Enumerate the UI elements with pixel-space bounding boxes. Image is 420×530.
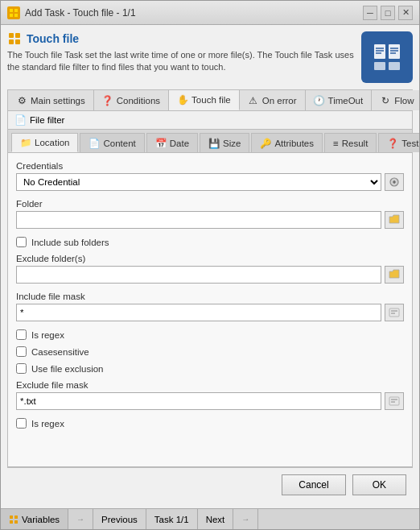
casesensitive-row: Casesensitive — [16, 346, 404, 357]
folder-browse-button[interactable] — [385, 211, 404, 229]
svg-rect-12 — [389, 44, 400, 59]
svg-rect-5 — [15, 33, 20, 38]
include-file-mask-browse-button[interactable] — [385, 304, 404, 321]
include-sub-folders-checkbox[interactable] — [16, 237, 27, 247]
casesensitive-label: Casesensitive — [31, 347, 89, 357]
folder-input-group — [16, 211, 404, 229]
use-file-exclusion-label: Use file exclusion — [31, 364, 103, 374]
tab-on-error[interactable]: ⚠ On error — [240, 90, 306, 110]
cancel-button[interactable]: Cancel — [282, 474, 345, 495]
previous-label: Previous — [101, 515, 138, 524]
on-error-icon: ⚠ — [248, 95, 259, 106]
svg-rect-3 — [14, 14, 18, 17]
task-title-icon — [7, 31, 22, 46]
attributes-icon: 🔑 — [260, 138, 271, 149]
exclude-file-mask-row: Exclude file mask — [16, 380, 404, 410]
task-title-row: Touch file — [7, 31, 355, 46]
main-form: Credentials No Credential Folder — [7, 152, 413, 467]
sub-tab-attributes[interactable]: 🔑 Attributes — [251, 133, 323, 152]
result-icon: ≡ — [333, 139, 339, 148]
header-icon-box — [361, 31, 413, 83]
exclude-folders-browse-button[interactable] — [385, 266, 404, 284]
folder-input[interactable] — [16, 211, 381, 229]
size-icon: 💾 — [208, 138, 220, 149]
sub-tab-result[interactable]: ≡ Result — [324, 133, 377, 152]
title-bar-left: Add Task - Touch file - 1/1 — [7, 6, 136, 19]
svg-rect-22 — [389, 397, 399, 405]
test-icon: ❓ — [387, 138, 398, 149]
minimize-button[interactable]: ─ — [363, 6, 377, 20]
include-file-mask-input[interactable] — [16, 304, 381, 321]
exclude-file-mask-label: Exclude file mask — [16, 380, 404, 390]
touch-file-icon: ✋ — [177, 94, 188, 106]
is-regex2-checkbox[interactable] — [16, 418, 27, 429]
exclude-file-mask-input-group — [16, 392, 404, 410]
svg-rect-2 — [10, 14, 13, 17]
sub-tab-size[interactable]: 💾 Size — [200, 133, 249, 152]
app-icon — [7, 6, 20, 19]
folder-row: Folder — [16, 199, 404, 229]
location-icon: 📁 — [20, 137, 31, 148]
arrow-left-status: → — [68, 509, 93, 529]
arrow-right-status: → — [233, 509, 258, 529]
tab-main-settings[interactable]: ⚙ Main settings — [8, 90, 94, 110]
main-settings-icon: ⚙ — [16, 95, 27, 106]
tab-conditions[interactable]: ❓ Conditions — [94, 90, 169, 110]
exclude-folders-input[interactable] — [16, 266, 381, 284]
svg-rect-0 — [10, 9, 13, 12]
exclude-folders-input-group — [16, 266, 404, 284]
close-button[interactable]: ✕ — [398, 6, 413, 20]
task-title-text: Touch file — [27, 32, 79, 45]
header-section: Touch file The Touch file Task set the l… — [7, 31, 413, 83]
conditions-icon: ❓ — [102, 95, 113, 106]
title-bar: Add Task - Touch file - 1/1 ─ □ ✕ — [1, 1, 419, 25]
date-icon: 📅 — [155, 138, 167, 149]
include-file-mask-input-group — [16, 304, 404, 321]
include-sub-folders-row: Include sub folders — [16, 237, 404, 247]
sub-tab-content[interactable]: 📄 Content — [80, 133, 144, 152]
maximize-button[interactable]: □ — [381, 6, 395, 20]
sub-tab-date[interactable]: 📅 Date — [146, 133, 198, 152]
svg-rect-26 — [14, 516, 18, 519]
exclude-file-mask-input[interactable] — [16, 392, 381, 410]
casesensitive-checkbox[interactable] — [16, 346, 27, 357]
is-regex2-row: Is regex — [16, 418, 404, 429]
arrow-left-icon: → — [76, 515, 84, 524]
credentials-input-group: No Credential — [16, 173, 404, 191]
svg-rect-19 — [389, 308, 399, 317]
exclude-folders-row: Exclude folder(s) — [16, 254, 404, 284]
variables-label: Variables — [22, 515, 60, 524]
tab-flow[interactable]: ↻ Flow — [372, 90, 419, 110]
next-status-item[interactable]: Next — [198, 509, 234, 529]
tab-touch-file[interactable]: ✋ Touch file — [169, 90, 240, 110]
exclude-file-mask-browse-button[interactable] — [385, 392, 404, 410]
is-regex-label: Is regex — [31, 330, 64, 340]
svg-rect-16 — [374, 62, 385, 70]
content-area: Touch file The Touch file Task set the l… — [1, 25, 419, 508]
svg-rect-28 — [14, 520, 18, 524]
arrow-right-icon: → — [241, 515, 249, 524]
variables-status-item[interactable]: Variables — [1, 509, 68, 529]
file-filter-label: File filter — [30, 115, 64, 125]
sub-tab-test[interactable]: ❓ Test — [378, 133, 419, 152]
previous-status-item[interactable]: Previous — [93, 509, 146, 529]
tab-timeout[interactable]: 🕐 TimeOut — [306, 90, 373, 110]
header-left: Touch file The Touch file Task set the l… — [7, 31, 355, 74]
include-file-mask-label: Include file mask — [16, 292, 404, 301]
next-label: Next — [206, 515, 225, 524]
credentials-label: Credentials — [16, 161, 404, 171]
credentials-select[interactable]: No Credential — [16, 173, 381, 191]
window-controls: ─ □ ✕ — [363, 6, 413, 20]
is-regex-checkbox[interactable] — [16, 329, 27, 340]
folder-label: Folder — [16, 199, 404, 209]
ok-button[interactable]: OK — [352, 474, 406, 495]
is-regex-row: Is regex — [16, 329, 404, 340]
window-title: Add Task - Touch file - 1/1 — [25, 7, 136, 19]
include-file-mask-row: Include file mask — [16, 292, 404, 321]
sub-tab-location[interactable]: 📁 Location — [11, 133, 78, 152]
credentials-browse-button[interactable] — [385, 173, 404, 191]
use-file-exclusion-checkbox[interactable] — [16, 363, 27, 374]
timeout-icon: 🕐 — [314, 95, 325, 106]
file-filter-icon: 📄 — [14, 114, 27, 126]
main-window: Add Task - Touch file - 1/1 ─ □ ✕ — [0, 0, 420, 530]
